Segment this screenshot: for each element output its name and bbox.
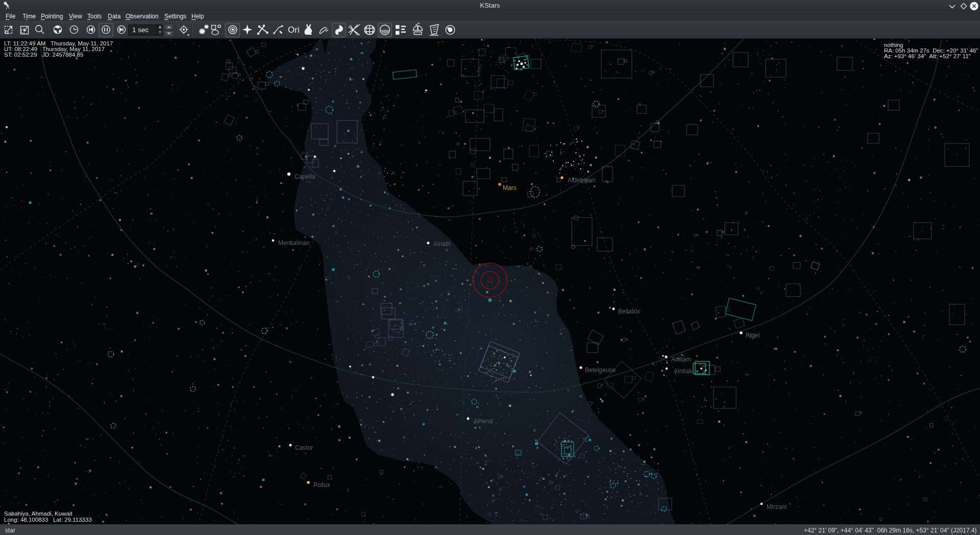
svg-text:Menkalinan: Menkalinan	[278, 239, 309, 247]
svg-text:Betelgeuse: Betelgeuse	[585, 367, 616, 374]
svg-text:Alnitak: Alnitak	[674, 368, 693, 375]
svg-text:Alnath: Alnath	[433, 240, 451, 248]
svg-text:Castor: Castor	[295, 444, 313, 451]
svg-text:Bellatrix: Bellatrix	[618, 308, 640, 315]
svg-text:Sabahiya, Ahmadi, Kuwait: Sabahiya, Ahmadi, Kuwait	[4, 510, 72, 517]
svg-text:Pollux: Pollux	[313, 481, 330, 489]
svg-text:Alhena: Alhena	[474, 418, 493, 425]
svg-text:Mirzam: Mirzam	[767, 503, 787, 510]
svg-text:Long: 48.100833 Lat: 29.1133: Long: 48.100833 Lat: 29.113333	[4, 517, 92, 523]
svg-text:Aldebaran: Aldebaran	[568, 177, 596, 184]
svg-text:Mars: Mars	[503, 184, 517, 191]
svg-text:Capella: Capella	[295, 173, 315, 180]
svg-text:Az: +93° 46' 34" Alt: +52° 27: Az: +93° 46' 34" Alt: +52° 27' 11"	[884, 53, 971, 59]
svg-text:ST: 02:52:29 JD: 2457884.85: ST: 02:52:29 JD: 2457884.85	[4, 52, 83, 58]
svg-text:1 sec: 1 sec	[132, 26, 149, 34]
svg-text:Rigel: Rigel	[746, 332, 760, 339]
svg-text:Alnilam: Alnilam	[671, 356, 691, 363]
svg-text:Ori: Ori	[288, 25, 300, 35]
